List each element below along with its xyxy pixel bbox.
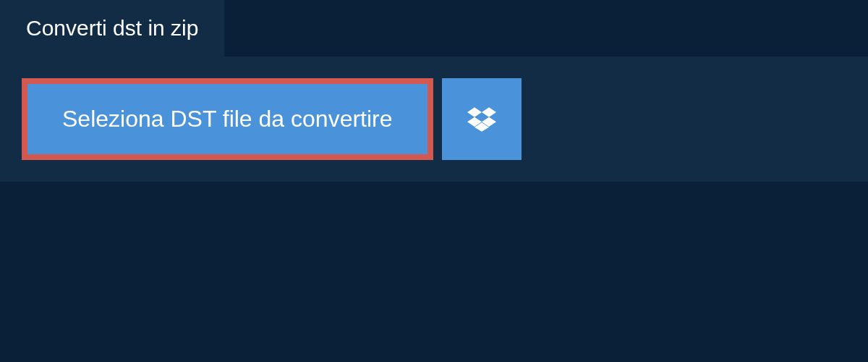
file-select-row: Seleziona DST file da convertire: [22, 78, 846, 160]
tab-convert-dst-zip[interactable]: Converti dst in zip: [0, 0, 224, 56]
dropbox-button[interactable]: [442, 78, 522, 160]
dropbox-icon: [467, 105, 496, 134]
converter-panel: Seleziona DST file da convertire: [0, 56, 868, 182]
tab-title: Converti dst in zip: [26, 16, 198, 40]
tab-bar: Converti dst in zip: [0, 0, 224, 56]
select-file-label: Seleziona DST file da convertire: [62, 106, 393, 132]
select-file-button[interactable]: Seleziona DST file da convertire: [22, 78, 433, 160]
